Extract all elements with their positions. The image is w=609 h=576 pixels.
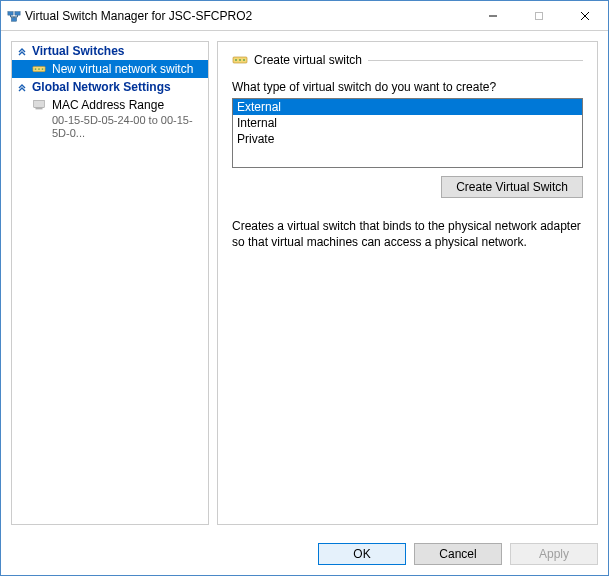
divider <box>368 60 583 61</box>
nav-item-label: New virtual network switch <box>52 62 193 76</box>
svg-rect-12 <box>36 108 43 110</box>
switch-icon <box>232 52 248 68</box>
nav-tree: Virtual Switches New virtual network swi… <box>11 41 209 525</box>
ok-button[interactable]: OK <box>318 543 406 565</box>
section-header: Create virtual switch <box>232 52 583 68</box>
svg-rect-11 <box>34 101 45 108</box>
cancel-button[interactable]: Cancel <box>414 543 502 565</box>
maximize-button[interactable] <box>516 1 562 30</box>
svg-point-16 <box>243 59 245 61</box>
category-label: Virtual Switches <box>32 44 124 58</box>
svg-rect-1 <box>15 11 20 15</box>
option-private[interactable]: Private <box>233 131 582 147</box>
collapse-icon <box>16 45 28 57</box>
switch-icon <box>32 62 46 76</box>
dialog-body: Virtual Switches New virtual network swi… <box>1 31 608 535</box>
svg-point-14 <box>235 59 237 61</box>
nav-item-label: MAC Address Range <box>52 98 164 112</box>
titlebar: Virtual Switch Manager for JSC-SFCPRO2 <box>1 1 608 31</box>
category-virtual-switches[interactable]: Virtual Switches <box>12 42 208 60</box>
switch-type-listbox[interactable]: External Internal Private <box>232 98 583 168</box>
option-internal[interactable]: Internal <box>233 115 582 131</box>
create-virtual-switch-button[interactable]: Create Virtual Switch <box>441 176 583 198</box>
svg-rect-4 <box>536 12 543 19</box>
window-controls <box>470 1 608 30</box>
minimize-button[interactable] <box>470 1 516 30</box>
create-button-row: Create Virtual Switch <box>232 176 583 198</box>
window-title: Virtual Switch Manager for JSC-SFCPRO2 <box>21 9 470 23</box>
mac-range-value: 00-15-5D-05-24-00 to 00-15-5D-0... <box>12 114 208 140</box>
svg-rect-2 <box>11 17 16 21</box>
nav-item-new-switch[interactable]: New virtual network switch <box>12 60 208 78</box>
svg-point-15 <box>239 59 241 61</box>
prompt-text: What type of virtual switch do you want … <box>232 80 583 94</box>
nic-icon <box>32 98 46 112</box>
collapse-icon <box>16 81 28 93</box>
svg-point-10 <box>42 68 44 70</box>
section-title: Create virtual switch <box>254 53 362 67</box>
type-description: Creates a virtual switch that binds to t… <box>232 218 583 250</box>
nav-item-mac-range[interactable]: MAC Address Range <box>12 96 208 114</box>
svg-point-8 <box>35 68 37 70</box>
category-global-settings[interactable]: Global Network Settings <box>12 78 208 96</box>
option-external[interactable]: External <box>233 99 582 115</box>
app-icon <box>7 9 21 23</box>
svg-point-9 <box>38 68 40 70</box>
svg-rect-0 <box>8 11 13 15</box>
content-panel: Create virtual switch What type of virtu… <box>217 41 598 525</box>
vsm-window: Virtual Switch Manager for JSC-SFCPRO2 V… <box>0 0 609 576</box>
category-label: Global Network Settings <box>32 80 171 94</box>
apply-button: Apply <box>510 543 598 565</box>
dialog-footer: OK Cancel Apply <box>1 535 608 575</box>
close-button[interactable] <box>562 1 608 30</box>
